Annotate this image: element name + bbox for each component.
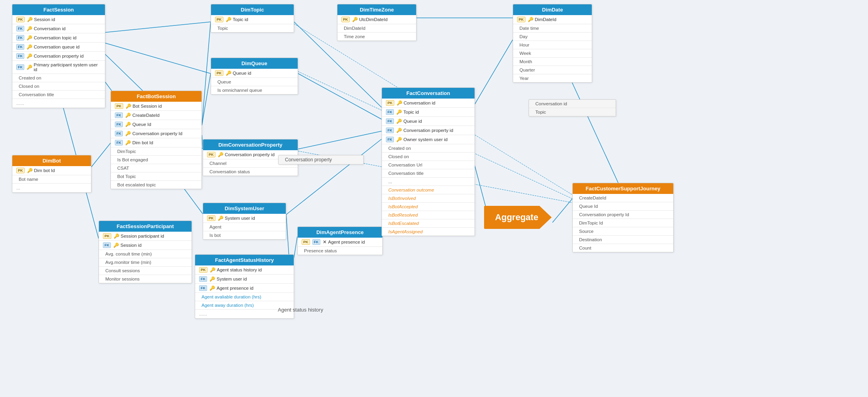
table-row: Presence status	[298, 247, 382, 255]
table-row: FK 🔑 Primary participant system user id	[12, 61, 105, 74]
table-row: Agent avaliable duration (hrs)	[195, 293, 294, 301]
table-row: PK 🔑 Topic id	[211, 15, 294, 24]
fact-session-body: PK 🔑 Session id FK 🔑 Conversation id FK …	[12, 15, 105, 108]
dim-topic-header: DimTopic	[211, 4, 294, 15]
table-row: Conversation id	[529, 100, 616, 108]
table-row: DimTopic	[111, 147, 202, 156]
dim-timezone-header: DimTimeZone	[337, 4, 416, 15]
svg-line-5	[202, 74, 211, 125]
table-row: Is omnichannel queue	[211, 86, 298, 94]
aggregate-label: Aggregate	[484, 206, 552, 229]
fact-bot-session-body: PK 🔑 Bot Session id FK 🔑 CreateDateId FK…	[111, 102, 202, 189]
table-row-dots: ......	[12, 99, 105, 108]
table-row: IsBotEscalated	[382, 219, 475, 228]
fk-badge: FK	[16, 64, 24, 70]
table-row: PK 🔑 Agent status history id	[195, 265, 294, 275]
table-row: Agent	[203, 223, 286, 231]
conversation-property-body: Conversation property	[279, 155, 363, 164]
pk-badge: PK	[207, 215, 215, 221]
table-row: Source	[573, 227, 673, 236]
table-row: PK 🔑 UtcDimDateId	[337, 15, 416, 24]
dim-agent-presence-body: PK FK ✕ Agent presence id Presence statu…	[298, 238, 382, 255]
table-row: Topic	[529, 108, 616, 116]
dim-system-user-table: DimSystemUser PK 🔑 System user id Agent …	[203, 203, 286, 240]
fk-badge: FK	[312, 239, 320, 245]
fact-conversation-table: FactConversation PK 🔑 Conversation id FK…	[382, 87, 475, 236]
svg-line-10	[286, 139, 382, 215]
table-row: FK 🔑 Conversation id	[12, 24, 105, 33]
table-row: Conversation status	[203, 168, 298, 176]
svg-line-1	[103, 43, 211, 74]
table-row: Monitor sessions	[99, 275, 192, 283]
table-row: FK 🔑 CreateDateId	[111, 111, 202, 120]
table-row: Queue	[211, 78, 298, 86]
table-row: IsAgentAssigned	[382, 228, 475, 236]
table-row: FK 🔑 Owner system user id	[382, 135, 475, 144]
fk-badge: FK	[386, 118, 394, 124]
fk-badge: FK	[16, 26, 24, 31]
aggregate-arrow: Aggregate	[484, 206, 552, 229]
table-row: Avg.monitor time (min)	[99, 258, 192, 267]
table-row: Destination	[573, 236, 673, 244]
dim-conversation-property-header: DimConversationProperty	[203, 139, 298, 150]
pk-badge: PK	[16, 17, 25, 22]
table-row: PK 🔑 Session id	[12, 15, 105, 24]
table-row: DimTopic Id	[573, 219, 673, 227]
table-row: Created on	[12, 74, 105, 82]
table-row: Is Bot engaged	[111, 156, 202, 164]
pk-badge: PK	[341, 17, 350, 22]
dim-system-user-header: DimSystemUser	[203, 203, 286, 214]
dim-topic-body: PK 🔑 Topic id Topic	[211, 15, 294, 32]
fk-badge: FK	[16, 35, 24, 41]
table-row: Closed on	[12, 82, 105, 91]
pk-badge: PK	[199, 267, 207, 273]
fk-badge: FK	[199, 285, 207, 291]
svg-line-16	[91, 143, 110, 167]
table-row: Consult sessions	[99, 267, 192, 275]
table-row: FK 🔑 Session id	[99, 241, 192, 250]
table-row: FK 🔑 Dim bot Id	[111, 138, 202, 147]
fact-conversation-detail-body: Conversation id Topic	[529, 100, 616, 116]
table-row: Time zone	[337, 33, 416, 41]
table-row: PK 🔑 Queue id	[211, 69, 298, 78]
pk-badge: PK	[215, 70, 223, 76]
fk-badge: FK	[386, 137, 394, 142]
table-row: Week	[513, 49, 592, 58]
table-row: PK FK ✕ Agent presence id	[298, 238, 382, 247]
table-row: PK 🔑 Conversation id	[382, 99, 475, 108]
table-row: Conversation property Id	[573, 211, 673, 219]
table-row: IsBotInvolved	[382, 194, 475, 203]
fk-badge: FK	[16, 44, 24, 50]
pk-badge: PK	[386, 100, 394, 106]
dim-bot-body: PK 🔑 Dim bot Id Bot name ...	[12, 166, 91, 192]
fact-session-participant-body: PK 🔑 Session participant id FK 🔑 Session…	[99, 232, 192, 283]
fk-badge: FK	[199, 276, 207, 282]
table-row: Closed on	[382, 153, 475, 161]
table-row: Bot escalated topic	[111, 181, 202, 189]
table-row: FK 🔑 System user id	[195, 275, 294, 284]
table-row: Month	[513, 58, 592, 66]
table-row: CreateDateId	[573, 194, 673, 202]
fk-badge: FK	[115, 140, 123, 145]
table-row: FK 🔑 Conversation topic id	[12, 33, 105, 43]
table-row: Bot Topic	[111, 172, 202, 181]
fact-session-table: FactSession PK 🔑 Session id FK 🔑 Convers…	[12, 4, 105, 108]
table-row: Avg. consult time (min)	[99, 250, 192, 258]
pk-badge: PK	[302, 239, 310, 245]
dim-timezone-body: PK 🔑 UtcDimDateId DimDateId Time zone	[337, 15, 416, 41]
table-row: PK 🔑 Bot Session id	[111, 102, 202, 111]
svg-line-0	[103, 22, 211, 33]
pk-badge: PK	[103, 233, 111, 239]
dim-queue-table: DimQueue PK 🔑 Queue id Queue Is omnichan…	[211, 58, 298, 95]
pk-badge: PK	[16, 168, 25, 173]
fact-conversation-header: FactConversation	[382, 88, 475, 99]
table-row: FK 🔑 Conversation property id	[12, 52, 105, 61]
dim-bot-table: DimBot PK 🔑 Dim bot Id Bot name ...	[12, 155, 91, 193]
dim-date-table: DimDate PK 🔑 DimDateId Date time Day Hou…	[513, 4, 592, 83]
table-row: FK 🔑 Queue id	[382, 117, 475, 126]
pk-badge: PK	[215, 17, 223, 22]
table-row: Is bot	[203, 231, 286, 239]
table-row: Day	[513, 33, 592, 41]
table-row: FK 🔑 Queue Id	[111, 120, 202, 129]
pk-badge: PK	[207, 152, 215, 157]
